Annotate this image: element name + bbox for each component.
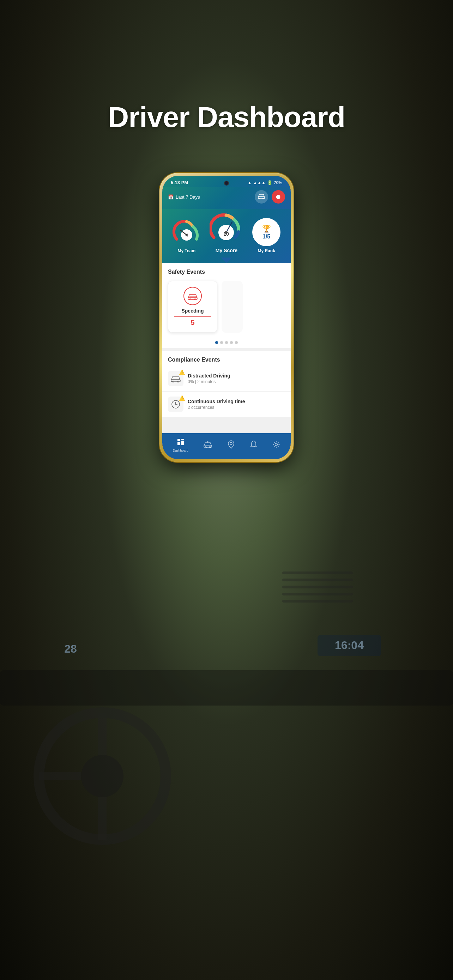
my-rank-label: My Rank bbox=[257, 248, 275, 253]
location-nav-icon bbox=[227, 440, 235, 450]
phone-outer: 5:13 PM ▲ ▲▲▲ 🔋 70% 📅 Last 7 Days bbox=[159, 173, 294, 462]
svg-point-39 bbox=[207, 441, 208, 442]
continuous-driving-icon: ⚠️ bbox=[168, 396, 183, 412]
screen: 5:13 PM ▲ ▲▲▲ 🔋 70% 📅 Last 7 Days bbox=[162, 176, 291, 459]
dashboard-nav-label: Dashboard bbox=[173, 449, 188, 452]
compliance-section: Compliance Events ⚠️ bbox=[162, 351, 291, 417]
event-stub bbox=[222, 281, 243, 332]
continuous-driving-info: Continuous Driving time 2 occurrences bbox=[188, 399, 285, 410]
status-time: 5:13 PM bbox=[171, 180, 188, 185]
distracted-driving-info: Distracted Driving 0% | 2 minutes bbox=[188, 373, 285, 384]
date-filter-label: Last 7 Days bbox=[176, 194, 200, 200]
speeding-card[interactable]: Speeding 5 bbox=[168, 281, 217, 332]
phone-inner: 5:13 PM ▲ ▲▲▲ 🔋 70% 📅 Last 7 Days bbox=[162, 176, 291, 459]
trophy-icon: 🏆 bbox=[262, 224, 271, 233]
dot-1[interactable] bbox=[215, 341, 218, 344]
svg-point-1 bbox=[81, 755, 124, 797]
distracted-driving-sub: 0% | 2 minutes bbox=[188, 379, 285, 384]
my-team-card[interactable]: 4 My Team bbox=[173, 218, 201, 253]
page-title: Driver Dashboard bbox=[108, 100, 345, 134]
continuous-driving-sub: 2 occurrences bbox=[188, 405, 285, 410]
svg-point-15 bbox=[259, 198, 261, 199]
main-content: Safety Events bbox=[162, 263, 291, 433]
continuous-driving-item[interactable]: ⚠️ Continuous Driving time 2 occurrences bbox=[162, 391, 291, 417]
speeding-label: Speeding bbox=[181, 308, 203, 313]
notifications-nav-icon bbox=[250, 440, 257, 450]
svg-point-16 bbox=[262, 198, 264, 199]
distracted-driving-icon: ⚠️ bbox=[168, 371, 183, 386]
speeding-icon-circle bbox=[183, 287, 202, 305]
svg-rect-5 bbox=[0, 670, 453, 706]
warning-icon-1: ⚠️ bbox=[179, 369, 185, 375]
svg-text:16:04: 16:04 bbox=[335, 639, 364, 652]
score-section: 4 My Team bbox=[162, 209, 291, 263]
my-score-gauge: 10 bbox=[210, 212, 243, 245]
nav-dashboard[interactable]: Dashboard bbox=[170, 437, 191, 453]
dot-2[interactable] bbox=[220, 341, 223, 344]
calendar-icon: 📅 bbox=[168, 194, 173, 200]
phone-camera bbox=[224, 181, 229, 186]
my-score-label: My Score bbox=[216, 248, 237, 253]
record-button[interactable]: ⏺ bbox=[272, 190, 285, 204]
distracted-driving-item[interactable]: ⚠️ Distracted Driving 0% | 2 minutes bbox=[162, 366, 291, 391]
car-button[interactable] bbox=[255, 190, 268, 204]
svg-rect-13 bbox=[282, 600, 353, 603]
distracted-driving-title: Distracted Driving bbox=[188, 373, 285, 379]
svg-text:4: 4 bbox=[185, 233, 188, 238]
events-carousel: Speeding 5 bbox=[162, 278, 291, 338]
phone-frame: 5:13 PM ▲ ▲▲▲ 🔋 70% 📅 Last 7 Days bbox=[159, 173, 294, 462]
status-icons: ▲ ▲▲▲ 🔋 70% bbox=[247, 180, 282, 185]
svg-rect-32 bbox=[178, 442, 180, 445]
carousel-dots bbox=[162, 338, 291, 348]
signal-icon: ▲▲▲ bbox=[253, 180, 265, 185]
dot-5[interactable] bbox=[235, 341, 238, 344]
continuous-driving-title: Continuous Driving time bbox=[188, 399, 285, 404]
svg-rect-12 bbox=[282, 593, 353, 595]
rank-value: 1/5 bbox=[262, 234, 270, 240]
svg-point-41 bbox=[275, 443, 278, 445]
header-actions: ⏺ bbox=[255, 190, 285, 204]
bottom-nav: Dashboard bbox=[162, 433, 291, 459]
record-icon: ⏺ bbox=[275, 193, 281, 201]
date-filter[interactable]: 📅 Last 7 Days bbox=[168, 194, 200, 200]
svg-point-40 bbox=[230, 442, 232, 444]
wifi-icon: ▲ bbox=[247, 180, 251, 185]
safety-events-title: Safety Events bbox=[162, 263, 291, 278]
battery-icon: 🔋 bbox=[267, 180, 272, 185]
svg-rect-9 bbox=[282, 571, 353, 574]
settings-nav-icon bbox=[272, 441, 280, 450]
trips-nav-icon bbox=[203, 441, 212, 450]
svg-rect-33 bbox=[181, 441, 184, 445]
svg-text:10: 10 bbox=[224, 231, 229, 237]
svg-rect-11 bbox=[282, 585, 353, 589]
speeding-count: 5 bbox=[174, 317, 211, 327]
rank-circle: 🏆 1/5 bbox=[252, 218, 280, 246]
nav-trips[interactable] bbox=[201, 439, 215, 451]
dot-4[interactable] bbox=[230, 341, 233, 344]
my-team-label: My Team bbox=[178, 248, 196, 253]
nav-settings[interactable] bbox=[270, 439, 283, 452]
warning-icon-2: ⚠️ bbox=[179, 395, 185, 401]
my-rank-card[interactable]: 🏆 1/5 My Rank bbox=[252, 218, 280, 253]
my-team-gauge: 4 bbox=[173, 218, 201, 246]
compliance-events-title: Compliance Events bbox=[162, 351, 291, 366]
nav-notifications[interactable] bbox=[247, 439, 260, 452]
car-icon bbox=[257, 193, 265, 201]
dashboard-nav-icon bbox=[177, 438, 184, 448]
nav-location[interactable] bbox=[225, 439, 237, 452]
svg-rect-35 bbox=[181, 439, 184, 440]
svg-text:28: 28 bbox=[64, 643, 77, 655]
app-header: 📅 Last 7 Days bbox=[162, 187, 291, 209]
bg-details: 16:04 28 bbox=[0, 0, 453, 980]
dot-3[interactable] bbox=[225, 341, 228, 344]
my-score-card[interactable]: 10 My Score bbox=[210, 212, 243, 253]
svg-rect-10 bbox=[282, 579, 353, 581]
battery-percent: 70% bbox=[274, 180, 282, 185]
svg-rect-34 bbox=[178, 439, 180, 441]
